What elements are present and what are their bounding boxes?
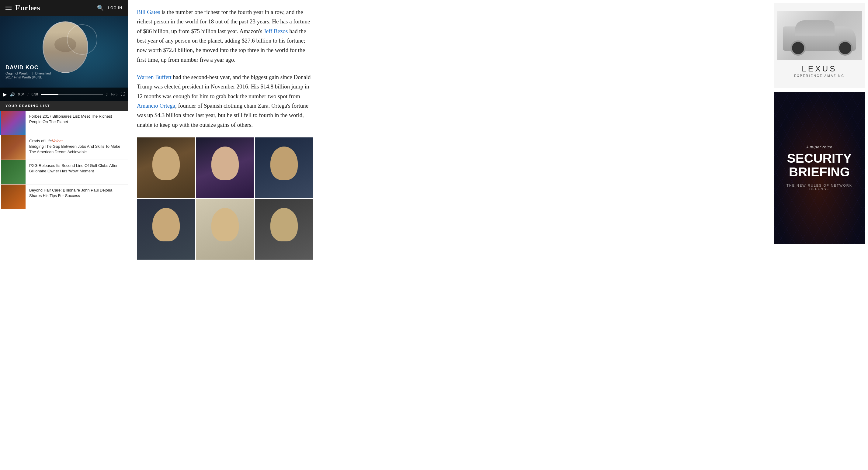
time-total: 0:38	[31, 92, 38, 96]
face-shape-2	[211, 147, 239, 180]
reading-item-title: Bridging The Gap Between Jobs And Skills…	[29, 144, 120, 154]
left-panel: Forbes 🔍 LOG IN DAVID KOC Origin of Weal…	[0, 0, 128, 470]
menu-icon[interactable]	[5, 6, 11, 10]
billionaires-image-grid	[137, 137, 313, 260]
lexus-logo: LEXUS	[802, 64, 837, 73]
circle-decoration	[67, 24, 97, 55]
grid-image-3	[255, 137, 313, 198]
worth-value: $48.3B	[32, 75, 42, 79]
wealth-type: Diversified	[35, 71, 51, 75]
person-meta: Origin of Wealth | Diversified	[5, 71, 51, 75]
car-roof	[795, 20, 835, 36]
security-title: SECURITYBRIEFING	[780, 152, 859, 179]
video-name-label: DAVID KOC Origin of Wealth | Diversified…	[5, 64, 51, 79]
voice-label: Voice:	[52, 138, 63, 143]
reading-item-thumb	[1, 135, 26, 160]
reading-item-text: Grads of LifeVoice: Bridging The Gap Bet…	[26, 135, 128, 160]
grid-image-2	[196, 137, 254, 198]
voice-text: Voice	[821, 145, 832, 149]
video-controls: ▶ 🔊 0:04 / 0:38 ⤴ Forb ⛶	[0, 88, 128, 101]
face-container-6	[255, 199, 313, 260]
face-shape-5	[211, 208, 239, 241]
site-logo[interactable]: Forbes	[15, 3, 97, 12]
origin-label: Origin of Wealth	[5, 71, 30, 75]
time-current: 0:04	[18, 92, 24, 96]
reading-item-text: Forbes 2017 Billionaires List: Meet The …	[26, 111, 128, 135]
jeff-bezos-link[interactable]: Jeff Bezos	[264, 28, 288, 34]
face-container-5	[196, 199, 254, 260]
face-container-4	[137, 199, 195, 260]
lexus-car-image	[777, 11, 862, 60]
car-wheel-right	[838, 40, 853, 56]
reading-list-item[interactable]: Beyond Hair Care: Billionaire John Paul …	[0, 185, 128, 209]
worth-label: 2017 Final Worth	[5, 75, 31, 79]
time-sep: /	[27, 92, 28, 96]
person-worth: 2017 Final Worth $48.3B	[5, 75, 51, 79]
car-wheel-left	[790, 40, 806, 56]
amancio-ortega-link[interactable]: Amancio Ortega	[137, 102, 175, 109]
volume-icon[interactable]: 🔊	[10, 92, 15, 97]
security-ad-content: JuniperVoice SECURITYBRIEFING THE NEW RU…	[780, 145, 859, 191]
video-brand: Forb	[111, 93, 117, 96]
reading-list-header: YOUR READING LIST	[0, 101, 128, 111]
person-name: DAVID KOC	[5, 64, 51, 71]
share-icon[interactable]: ⤴	[106, 92, 108, 97]
lexus-tagline: EXPERIENCE AMAZING	[794, 74, 845, 77]
security-ad[interactable]: JuniperVoice SECURITYBRIEFING THE NEW RU…	[774, 92, 865, 244]
face-container-2	[196, 137, 254, 198]
article-body: Bill Gates is the number one richest for…	[137, 7, 313, 260]
progress-bar[interactable]	[41, 94, 103, 95]
grid-image-1	[137, 137, 195, 198]
progress-fill	[41, 94, 58, 95]
reading-list-item[interactable]: Grads of LifeVoice: Bridging The Gap Bet…	[0, 135, 128, 160]
reading-list-item[interactable]: Forbes 2017 Billionaires List: Meet The …	[0, 111, 128, 135]
reading-item-title: Beyond Hair Care: Billionaire John Paul …	[29, 188, 112, 198]
reading-item-thumb	[1, 160, 26, 184]
lexus-brand: LEXUS EXPERIENCE AMAZING	[794, 60, 845, 80]
reading-item-thumb	[1, 185, 26, 209]
reading-list-item[interactable]: PXG Releases Its Second Line Of Golf Clu…	[0, 160, 128, 185]
article-paragraph-2: Warren Buffett had the second-best year,…	[137, 72, 313, 129]
article-content: Bill Gates is the number one richest for…	[128, 0, 771, 470]
reading-item-thumb	[1, 111, 26, 135]
reading-item-text: Beyond Hair Care: Billionaire John Paul …	[26, 185, 128, 209]
play-button[interactable]: ▶	[3, 92, 7, 97]
security-subtitle: THE NEW RULES OF NETWORK DEFENSE	[780, 184, 859, 191]
reading-item-text: PXG Releases Its Second Line Of Golf Clu…	[26, 160, 128, 184]
warren-buffett-link[interactable]: Warren Buffett	[137, 74, 172, 80]
face-shape-3	[270, 147, 298, 180]
reading-item-title: Forbes 2017 Billionaires List: Meet The …	[29, 114, 112, 124]
face-container-3	[255, 137, 313, 198]
face-shape-1	[152, 147, 180, 180]
grid-image-6	[255, 199, 313, 260]
face-shape-4	[152, 208, 180, 241]
juniper-name: Juniper	[806, 145, 822, 149]
reading-item-title: PXG Releases Its Second Line Of Golf Clu…	[29, 163, 117, 173]
video-player: DAVID KOC Origin of Wealth | Diversified…	[0, 16, 128, 101]
right-sidebar: LEXUS EXPERIENCE AMAZING JuniperVoice SE…	[771, 0, 868, 470]
login-button[interactable]: LOG IN	[108, 6, 122, 10]
face-shape-6	[270, 208, 298, 241]
juniper-voice-label: JuniperVoice	[780, 145, 859, 149]
face-container-1	[137, 137, 195, 198]
search-icon[interactable]: 🔍	[97, 5, 104, 11]
reading-item-prefix: Grads of Life	[29, 138, 52, 143]
grid-image-5	[196, 199, 254, 260]
bill-gates-link[interactable]: Bill Gates	[137, 9, 160, 15]
lexus-ad[interactable]: LEXUS EXPERIENCE AMAZING	[774, 3, 865, 88]
site-header: Forbes 🔍 LOG IN	[0, 0, 128, 16]
article-paragraph-1: Bill Gates is the number one richest for…	[137, 7, 313, 64]
grid-image-4	[137, 199, 195, 260]
expand-icon[interactable]: ⛶	[120, 92, 125, 97]
meta-divider: |	[32, 71, 33, 75]
